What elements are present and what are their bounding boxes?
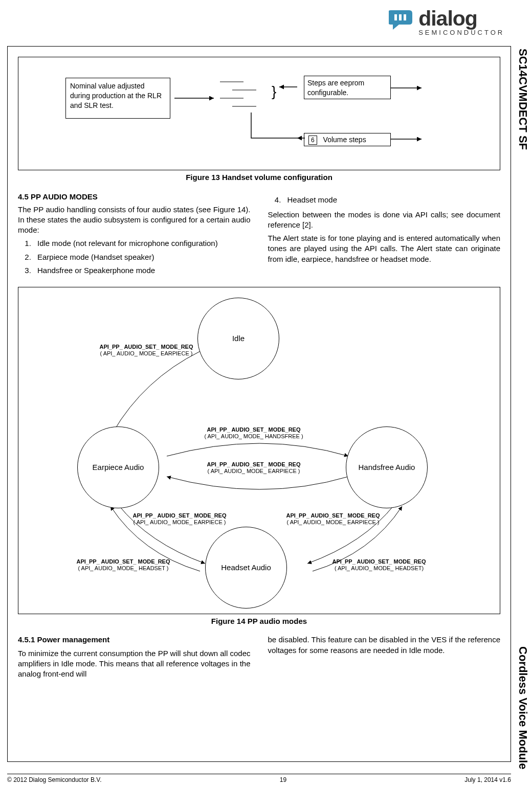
logo-subtext: SEMICONDUCTOR — [418, 28, 504, 37]
api-idle-earpiece: API_PP_ AUDIO_SET_ MODE_REQ( API_ AUDIO_… — [87, 344, 205, 357]
mode-item-2: Earpiece mode (Handset speaker) — [33, 252, 251, 262]
state-earpiece: Earpiece Audio — [77, 426, 159, 508]
section-4-5-1-heading: 4.5.1 Power management — [18, 635, 251, 645]
api-headset-ear-l: API_PP_ AUDIO_SET_ MODE_REQ( API_ AUDIO_… — [121, 512, 238, 526]
side-label-product: SC14CVMDECT SF — [515, 49, 530, 150]
section-4-5-1-p1: To minimize the current consumption the … — [18, 648, 251, 680]
logo-text: dialog — [418, 9, 504, 28]
svg-rect-0 — [394, 14, 397, 20]
api-hands-ear: API_PP_ AUDIO_SET_ MODE_REQ( API_ AUDIO_… — [187, 461, 320, 475]
page-footer: © 2012 Dialog Semiconductor B.V. 19 July… — [7, 774, 511, 784]
brand-logo: dialog SEMICONDUCTOR — [389, 9, 522, 40]
figure-14-caption: Figure 14 PP audio modes — [18, 616, 500, 626]
side-label-module: Cordless Voice Module — [515, 646, 530, 769]
figure-13-caption: Figure 13 Handset volume configuration — [18, 172, 500, 183]
api-ear-hands: API_PP_ AUDIO_SET_ MODE_REQ( API_ AUDIO_… — [187, 426, 320, 440]
page-content-frame: Nominal value adjusted during production… — [7, 46, 511, 762]
state-headset: Headset Audio — [205, 527, 287, 609]
brace-icon: } — [272, 82, 276, 101]
mode-item-1: Idle mode (not relevant for microphone c… — [33, 238, 251, 249]
footer-date-version: July 1, 2014 v1.6 — [464, 776, 511, 784]
api-ear-headset-r: API_PP_ AUDIO_SET_ MODE_REQ( API_ AUDIO_… — [320, 558, 438, 572]
section-4-5-1-p2: be disabled. This feature can be disable… — [268, 635, 501, 656]
fig13-arrows — [18, 57, 500, 170]
state-idle: Idle — [197, 298, 279, 379]
section-4-5: 4.5 PP AUDIO MODES The PP audio handling… — [18, 192, 500, 280]
api-headset-ear-r: API_PP_ AUDIO_SET_ MODE_REQ( API_ AUDIO_… — [274, 512, 392, 526]
api-ear-headset-l: API_PP_ AUDIO_SET_ MODE_REQ( API_ AUDIO_… — [64, 558, 182, 572]
section-4-5-p2: Selection between the modes is done via … — [268, 210, 501, 231]
mode-item-4: Headset mode — [283, 195, 501, 205]
section-4-5-heading: 4.5 PP AUDIO MODES — [18, 192, 251, 202]
state-handsfree: Handsfree Audio — [346, 426, 428, 508]
figure-14: Idle Earpiece Audio Handsfree Audio Head… — [18, 287, 500, 614]
svg-rect-1 — [399, 14, 402, 20]
section-4-5-1: 4.5.1 Power management To minimize the c… — [18, 635, 500, 679]
section-4-5-p1: The PP audio handling consists of four a… — [18, 205, 251, 236]
section-4-5-p3: The Alert state is for tone playing and … — [268, 233, 501, 264]
svg-rect-2 — [404, 14, 406, 20]
figure-13: Nominal value adjusted during production… — [18, 57, 500, 170]
footer-page-number: 19 — [280, 776, 286, 784]
dialog-bubble-icon — [389, 9, 414, 31]
mode-item-3: Handsfree or Speakerphone mode — [33, 265, 251, 276]
footer-copyright: © 2012 Dialog Semiconductor B.V. — [7, 776, 102, 784]
